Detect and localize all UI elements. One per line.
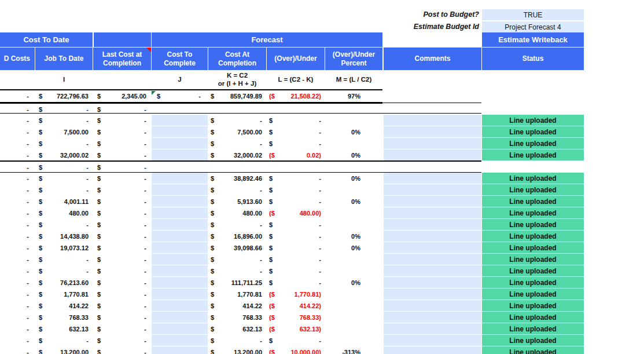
cell-last-cost[interactable]: $-	[93, 300, 151, 311]
cell-job-to-date[interactable]: $768.33	[35, 312, 93, 323]
col-header-d-costs[interactable]: D Costs	[0, 48, 35, 70]
cell-d-costs[interactable]: -	[0, 219, 35, 230]
cell-last-cost[interactable]: $-	[93, 162, 151, 173]
cell-status[interactable]: Line uploaded	[482, 196, 584, 207]
cell-cost-at-completion[interactable]: $7,500.00	[208, 126, 266, 137]
cell-cost-at-completion[interactable]: $32,000.02	[208, 149, 266, 160]
cell-last-cost[interactable]: $-	[93, 196, 151, 207]
cell-over-under-percent[interactable]	[325, 138, 382, 149]
cell-status[interactable]: Line uploaded	[482, 126, 584, 137]
cell-over-under[interactable]: ($1,770.81)	[267, 289, 325, 300]
cell-last-cost[interactable]: $-	[93, 219, 151, 230]
cell-status[interactable]: Line uploaded	[482, 219, 584, 230]
cell-cost-to-complete-input[interactable]	[152, 323, 208, 334]
cell-d-costs[interactable]: -	[0, 335, 35, 346]
group-header-forecast[interactable]: Forecast	[152, 32, 382, 47]
cell-status[interactable]: Line uploaded	[482, 138, 584, 149]
formula-k[interactable]: K = C2 or (I + H + J)	[208, 70, 266, 89]
cell-last-cost[interactable]: $-	[93, 184, 151, 195]
cell-job-to-date[interactable]: $632.13	[35, 323, 93, 334]
cell-status[interactable]: Line uploaded	[482, 207, 584, 218]
cell-d-costs[interactable]: -	[0, 104, 35, 115]
cell-status[interactable]: Line uploaded	[482, 323, 584, 334]
col-header-over-under-percent[interactable]: (Over)/Under Percent	[325, 48, 382, 70]
cell-cost-to-complete-input[interactable]	[152, 138, 208, 149]
cell-over-under-percent[interactable]	[325, 115, 382, 126]
cell-cost-to-complete-input[interactable]	[152, 254, 208, 265]
cell-job-to-date[interactable]: $-	[35, 104, 93, 115]
cell-cost-to-complete-input[interactable]	[152, 126, 208, 137]
cell-over-under[interactable]: $-	[267, 196, 325, 207]
cell-cost-at-completion[interactable]: $38,892.46	[208, 173, 266, 184]
cell-status[interactable]: Line uploaded	[482, 242, 584, 253]
cell-last-cost[interactable]: $-	[93, 312, 151, 323]
cell-cost-to-complete-input[interactable]	[152, 312, 208, 323]
cell-comments-input[interactable]	[384, 149, 481, 160]
cell-over-under-percent[interactable]: 0%	[325, 231, 382, 242]
cell-job-to-date[interactable]: $-	[35, 254, 93, 265]
cell-d-costs[interactable]: -	[0, 231, 35, 242]
cell-job-to-date[interactable]: $722,796.63	[35, 91, 93, 102]
cell-d-costs[interactable]: -	[0, 149, 35, 160]
col-header-over-under[interactable]: (Over)/Under	[267, 48, 325, 70]
cell-d-costs[interactable]: -	[0, 346, 35, 354]
cell-cost-to-complete-input[interactable]	[152, 346, 208, 354]
cell-over-under-percent[interactable]: 0%	[325, 173, 382, 184]
cell-comments-input[interactable]	[384, 207, 481, 218]
cell-job-to-date[interactable]: $19,073.12	[35, 242, 93, 253]
cell-job-to-date[interactable]: $76,213.60	[35, 277, 93, 288]
cell-over-under-percent[interactable]	[325, 323, 382, 334]
cell-comments-input[interactable]	[384, 346, 481, 354]
cell-over-under-percent[interactable]	[325, 219, 382, 230]
cell-last-cost[interactable]: $-	[93, 323, 151, 334]
cell-comments-input[interactable]	[384, 126, 481, 137]
estimate-budget-id-value[interactable]: Project Forecast 4	[482, 21, 584, 32]
cell-comments-input[interactable]	[384, 219, 481, 230]
cell-last-cost[interactable]: $-	[93, 126, 151, 137]
cell-status[interactable]: Line uploaded	[482, 346, 584, 354]
cell-cost-at-completion[interactable]: $-	[208, 219, 266, 230]
cell-comments-input[interactable]	[384, 242, 481, 253]
formula-i[interactable]: I	[35, 70, 93, 89]
cell-cost-at-completion[interactable]: $859,749.89	[208, 91, 266, 102]
cell-over-under-percent[interactable]	[325, 335, 382, 346]
cell-cost-to-complete-input[interactable]	[152, 242, 208, 253]
cell-status[interactable]: Line uploaded	[482, 115, 584, 126]
cell-d-costs[interactable]: -	[0, 162, 35, 173]
cell-status[interactable]: Line uploaded	[482, 231, 584, 242]
cell-over-under-percent[interactable]: 0%	[325, 196, 382, 207]
cell-d-costs[interactable]: -	[0, 91, 35, 102]
cell-cost-to-complete-input[interactable]	[152, 265, 208, 276]
cell-last-cost[interactable]: $-	[93, 104, 151, 115]
col-header-status[interactable]: Status	[482, 48, 584, 70]
cell-cost-at-completion[interactable]: $13,200.00	[208, 346, 266, 354]
cell-over-under-percent[interactable]	[325, 254, 382, 265]
cell-last-cost[interactable]: $-	[93, 265, 151, 276]
cell-over-under-percent[interactable]	[325, 265, 382, 276]
group-header-cost-to-date[interactable]: Cost To Date	[0, 32, 93, 47]
cell-over-under[interactable]: ($480.00)	[267, 207, 325, 218]
cell-cost-at-completion[interactable]: $-	[208, 184, 266, 195]
cell-last-cost[interactable]: $-	[93, 231, 151, 242]
col-header-last-cost-at-completion[interactable]: Last Cost at Completion	[93, 48, 151, 70]
cell-over-under[interactable]: ($632.13)	[267, 323, 325, 334]
cell-d-costs[interactable]: -	[0, 126, 35, 137]
cell-cost-to-complete-input[interactable]	[152, 149, 208, 160]
cell-status[interactable]: Line uploaded	[482, 173, 584, 184]
cell-over-under[interactable]: $-	[267, 219, 325, 230]
cell-job-to-date[interactable]: $480.00	[35, 207, 93, 218]
cell-comments-input[interactable]	[384, 323, 481, 334]
cell-cost-to-complete-input[interactable]	[152, 207, 208, 218]
cell-job-to-date[interactable]: $-	[35, 219, 93, 230]
col-header-cost-at-completion[interactable]: Cost At Completion	[208, 48, 266, 70]
cell-cost-to-complete-input[interactable]	[152, 219, 208, 230]
cell-status[interactable]: Line uploaded	[482, 335, 584, 346]
cell-cost-at-completion[interactable]: $-	[208, 138, 266, 149]
cell-cost-at-completion[interactable]: $-	[208, 254, 266, 265]
cell-over-under-percent[interactable]: 0%	[325, 149, 382, 160]
formula-m[interactable]: M = (L / C2)	[325, 70, 382, 89]
cell-comments-input[interactable]	[384, 277, 481, 288]
cell-comments-input[interactable]	[384, 312, 481, 323]
cell-over-under-percent[interactable]: 0%	[325, 126, 382, 137]
cell-job-to-date[interactable]: $-	[35, 184, 93, 195]
